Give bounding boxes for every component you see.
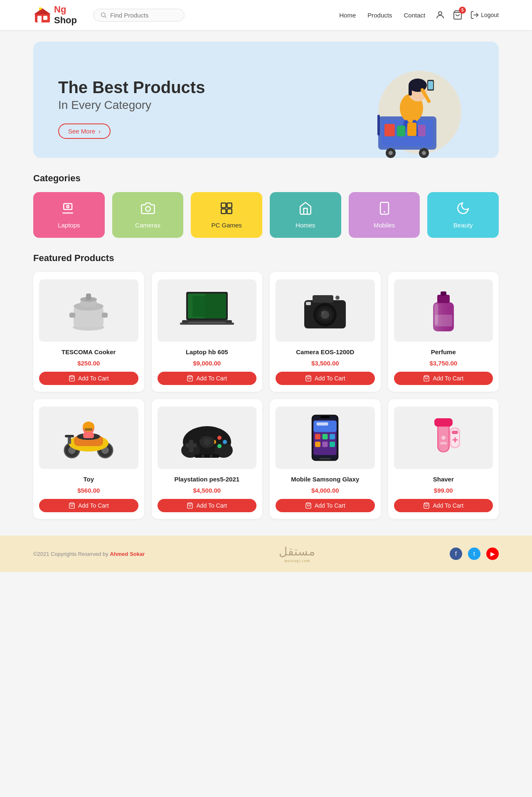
svg-rect-28 [397, 126, 405, 136]
mobiles-label: Mobiles [374, 222, 395, 229]
svg-rect-38 [227, 209, 232, 213]
svg-rect-83 [65, 435, 74, 437]
category-pcgames[interactable]: PC Games [191, 192, 262, 238]
svg-rect-109 [323, 434, 328, 439]
logout-label: Logout [481, 12, 499, 18]
svg-point-94 [217, 436, 222, 440]
svg-rect-4 [39, 7, 42, 10]
category-beauty[interactable]: Beauty [427, 192, 499, 238]
products-row-1: TESCOMA Cooker $250.00 Add To Cart [33, 272, 499, 392]
svg-rect-111 [315, 442, 320, 447]
svg-rect-114 [317, 422, 328, 425]
product-name-shaver: Shaver [433, 476, 454, 483]
svg-point-15 [389, 151, 393, 155]
cameras-label: Cameras [135, 222, 160, 229]
product-price-camera: $3,500.00 [311, 360, 339, 367]
product-name-playstation: Playstation pes5-2021 [174, 476, 239, 483]
product-laptop: Laptop hb 605 $9,000.00 Add To Cart [152, 272, 263, 392]
svg-rect-70 [437, 295, 450, 303]
svg-point-64 [321, 311, 325, 314]
add-cart-mobile[interactable]: Add To Cart [276, 499, 375, 512]
beauty-label: Beauty [453, 222, 473, 229]
add-cart-cooker[interactable]: Add To Cart [39, 372, 138, 385]
category-mobiles[interactable]: Mobiles [349, 192, 420, 238]
account-icon[interactable] [435, 10, 445, 20]
svg-rect-30 [418, 125, 426, 136]
svg-point-34 [145, 207, 150, 211]
logo-text: Ng Shop [54, 4, 77, 26]
search-box[interactable] [93, 9, 185, 22]
add-cart-playstation[interactable]: Add To Cart [158, 499, 257, 512]
svg-rect-27 [384, 124, 395, 136]
logo[interactable]: Ng Shop [33, 4, 83, 26]
footer-author-link[interactable]: Ahmed Sokar [110, 551, 145, 557]
category-laptops[interactable]: Laptops [33, 192, 105, 238]
svg-rect-85 [83, 432, 94, 438]
homes-label: Homes [296, 222, 315, 229]
categories-section: Categories Laptops Cameras [33, 173, 499, 238]
add-cart-shaver[interactable]: Add To Cart [394, 499, 493, 512]
svg-rect-17 [377, 115, 380, 136]
product-cooker: TESCOMA Cooker $250.00 Add To Cart [33, 272, 144, 392]
cart-icon[interactable]: 5 [453, 10, 463, 20]
svg-rect-108 [315, 434, 320, 439]
logo-icon [33, 6, 52, 24]
logout-button[interactable]: Logout [470, 10, 499, 20]
svg-rect-110 [330, 434, 335, 439]
mobiles-icon [377, 201, 392, 218]
product-name-cooker: TESCOMA Cooker [62, 348, 116, 355]
svg-rect-125 [452, 431, 458, 434]
pcgames-label: PC Games [212, 222, 242, 229]
svg-rect-122 [440, 442, 447, 444]
add-cart-perfume[interactable]: Add To Cart [394, 372, 493, 385]
product-price-toy: $560.00 [77, 487, 100, 494]
svg-rect-113 [330, 442, 335, 447]
svg-point-5 [101, 13, 105, 17]
svg-rect-48 [102, 313, 108, 318]
svg-rect-37 [221, 209, 226, 213]
product-price-shaver: $99.00 [434, 487, 453, 494]
svg-rect-115 [320, 416, 330, 418]
hero-banner: The Best Products In Every Category See … [33, 42, 499, 158]
nav-products[interactable]: Products [367, 12, 392, 19]
svg-rect-53 [205, 294, 226, 318]
product-image-playstation [158, 407, 257, 469]
see-more-button[interactable]: See More › [58, 123, 111, 139]
svg-rect-65 [306, 302, 311, 305]
category-homes[interactable]: Homes [270, 192, 341, 238]
svg-rect-21 [409, 85, 412, 96]
facebook-icon[interactable]: f [450, 548, 462, 560]
nav-contact[interactable]: Contact [404, 12, 425, 19]
svg-rect-112 [323, 442, 328, 447]
svg-rect-87 [85, 428, 92, 431]
product-image-camera [276, 279, 375, 342]
add-cart-laptop[interactable]: Add To Cart [158, 372, 257, 385]
product-price-laptop: $9,000.00 [193, 360, 221, 367]
homes-icon [298, 201, 313, 218]
svg-point-121 [441, 436, 446, 440]
product-name-laptop: Laptop hb 605 [186, 348, 228, 355]
category-cameras[interactable]: Cameras [112, 192, 184, 238]
svg-point-16 [422, 151, 426, 155]
featured-section: Featured Products TESCOMA Cooker $250.00 [33, 253, 499, 519]
product-mobile: Mobile Samsong Glaxy $4,000.00 Add To Ca… [270, 399, 381, 519]
product-shaver: Shaver $99.00 Add To Cart [388, 399, 499, 519]
svg-rect-107 [314, 420, 337, 432]
svg-point-95 [223, 440, 227, 444]
hero-title: The Best Products [58, 78, 205, 97]
pcgames-icon [219, 201, 234, 218]
product-price-cooker: $250.00 [77, 360, 100, 367]
product-toy: Toy $560.00 Add To Cart [33, 399, 144, 519]
hero-illustration [332, 58, 474, 158]
nav-home[interactable]: Home [339, 12, 356, 19]
search-input[interactable] [110, 12, 177, 19]
svg-rect-31 [64, 204, 72, 210]
product-name-camera: Camera EOS-1200D [296, 348, 354, 355]
youtube-icon[interactable]: ▶ [486, 548, 499, 560]
add-cart-camera[interactable]: Add To Cart [276, 372, 375, 385]
add-cart-toy[interactable]: Add To Cart [39, 499, 138, 512]
svg-point-102 [210, 455, 212, 457]
footer-socials: f t ▶ [450, 548, 499, 560]
twitter-icon[interactable]: t [468, 548, 480, 560]
svg-rect-59 [313, 295, 333, 303]
